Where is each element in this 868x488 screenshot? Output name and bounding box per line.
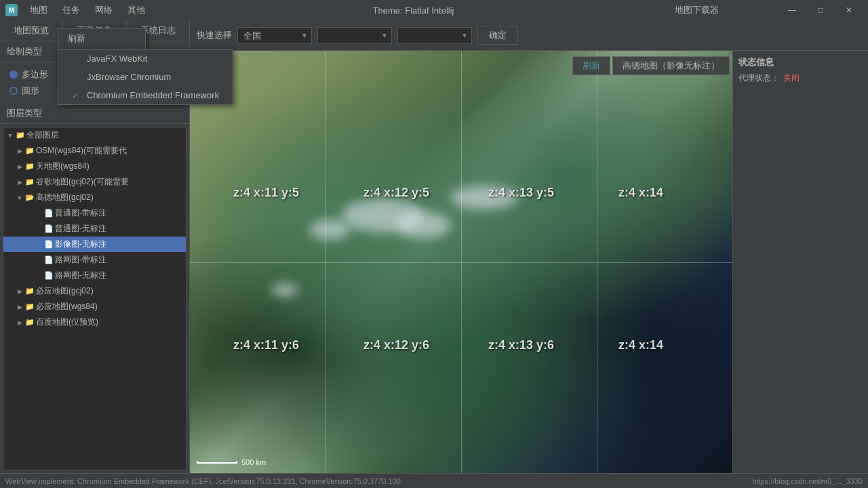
tree-baidu-label: 百度地图(仅预览) [36, 317, 98, 328]
tree-root[interactable]: ▼ 📁 全部图层 [3, 127, 186, 143]
tree-biaoyingwgs84[interactable]: ▶ 📁 必应地图(wgs84) [3, 299, 186, 314]
tree-arrow-bw: ▶ [16, 303, 24, 311]
tree-satellite-unlabeled[interactable]: 📄 影像图-无标注 [3, 237, 186, 252]
grid-label-5: z:4 x:11 y:6 [233, 338, 299, 352]
submenu-javafx[interactable]: JavaFX WebKit [58, 49, 233, 68]
check-cef: ✓ [72, 91, 81, 100]
scale-bar [197, 461, 237, 464]
confirm-button[interactable]: 确定 [477, 26, 518, 45]
folder-icon-gaode: 📂 [25, 193, 35, 203]
grid-label-7: z:4 x:13 y:6 [488, 338, 554, 352]
map-refresh-button[interactable]: 刷新 [572, 56, 610, 75]
tree-arrow-root: ▼ [6, 131, 14, 140]
snow-patch-3 [309, 220, 350, 240]
tree-nu-label: 普通图-无标注 [55, 223, 106, 235]
layer-type-title: 图层类型 [0, 103, 189, 124]
tree-biaoyinggcj02[interactable]: ▶ 📁 必应地图(gcj02) [3, 283, 186, 299]
title-bar: M 地图 任务 网络 其他 Theme: Flatlaf Intellij 地图… [0, 0, 868, 20]
tree-tianditu-label: 天地图(wgs84) [36, 161, 90, 172]
menu-task[interactable]: 任务 [56, 3, 87, 18]
grid-label-3: z:4 x:13 y:5 [488, 186, 554, 200]
submenu-jxbrowser[interactable]: JxBrowser Chromium [58, 68, 233, 86]
tree-road-unlabeled[interactable]: 📄 路网图-无标注 [3, 268, 186, 283]
tree-baidu[interactable]: ▶ 📁 百度地图(仅预览) [3, 314, 186, 330]
menu-refresh[interactable]: 刷新 [58, 28, 145, 49]
right-status-panel: 状态信息 代理状态： 关闭 [732, 51, 868, 473]
submenu-cef[interactable]: ✓ Chromium Embedded Framework [58, 86, 233, 104]
folder-icon-google: 📁 [25, 178, 35, 187]
status-proxy-row: 代理状态： 关闭 [738, 73, 863, 84]
layer-tree[interactable]: ▼ 📁 全部图层 ▶ 📁 OSM(wgs84)(可能需要代 ▶ 📁 天地图(wg… [3, 127, 186, 470]
status-proxy-label: 代理状态： [738, 73, 779, 84]
folder-icon-root: 📁 [16, 131, 25, 140]
window-title: Theme: Flatlaf Intellij [157, 5, 669, 16]
tree-su-label: 影像图-无标注 [55, 239, 106, 250]
folder-icon-osm: 📁 [25, 146, 35, 156]
tree-normal-unlabeled[interactable]: 📄 普通图-无标注 [3, 221, 186, 237]
tree-google[interactable]: ▶ 📁 谷歌地图(gcj02)(可能需要 [3, 174, 186, 190]
tree-osm-label: OSM(wgs84)(可能需要代 [36, 145, 127, 157]
menu-network[interactable]: 网络 [88, 3, 119, 18]
status-bar: WebView implement: Chromium Embedded Fra… [0, 473, 868, 488]
dropdown3-wrapper: ▼ [397, 27, 472, 44]
folder-icon-bw: 📁 [25, 302, 35, 312]
folder-icon-baidu: 📁 [25, 318, 35, 327]
menu-map[interactable]: 地图 [23, 3, 54, 18]
tree-bw-label: 必应地图(wgs84) [36, 301, 98, 312]
tree-arrow-osm: ▶ [16, 147, 24, 155]
tree-gaode-label: 高德地图(gcj02) [36, 192, 94, 203]
app-icon: M [5, 4, 18, 16]
maximize-button[interactable]: □ [807, 3, 834, 17]
quick-toolbar: 快速选择 全国 ▼ ▼ ▼ 确定 [190, 20, 868, 51]
menu-other[interactable]: 其他 [121, 3, 152, 18]
grid-label-6: z:4 x:12 y:6 [363, 338, 429, 352]
close-button[interactable]: ✕ [835, 3, 863, 17]
tree-arrow-nl [35, 209, 43, 218]
tree-tianditu[interactable]: ▶ 📁 天地图(wgs84) [3, 159, 186, 174]
map-layer-button[interactable]: 高德地图（影像无标注） [612, 56, 730, 75]
tree-normal-labeled[interactable]: 📄 普通图-带标注 [3, 205, 186, 221]
dropdown3-select[interactable] [397, 27, 472, 44]
file-icon-nu: 📄 [44, 224, 54, 234]
status-title: 状态信息 [738, 56, 863, 68]
tree-arrow-google: ▶ [16, 178, 24, 186]
map-area[interactable]: z:4 x:11 y:5 z:4 x:12 y:5 z:4 x:13 y:5 z… [190, 51, 732, 473]
dropdown2-select[interactable] [317, 27, 392, 44]
tree-road-labeled[interactable]: 📄 路网图-带标注 [3, 252, 186, 268]
dropdown2-wrapper: ▼ [317, 27, 392, 44]
radio-circle-label: 圆形 [22, 85, 39, 97]
scale-label: 500 km [241, 458, 266, 466]
tree-rl-label: 路网图-带标注 [55, 254, 106, 266]
tree-ru-label: 路网图-无标注 [55, 270, 106, 281]
window-controls: — □ ✕ [778, 3, 863, 17]
folder-icon-bcj: 📁 [25, 287, 35, 296]
quick-label: 快速选择 [197, 29, 232, 41]
dropdown1-wrapper: 全国 ▼ [237, 27, 312, 44]
file-icon-ru: 📄 [44, 271, 54, 281]
sidebar-item-preview[interactable]: 地图预览 [0, 20, 63, 41]
dropdown1-select[interactable]: 全国 [237, 27, 312, 44]
radio-polygon-label: 多边形 [22, 68, 48, 81]
tree-osm[interactable]: ▶ 📁 OSM(wgs84)(可能需要代 [3, 143, 186, 159]
map-scale: 500 km [197, 458, 266, 466]
folder-icon-tianditu: 📁 [25, 162, 35, 171]
minimize-button[interactable]: — [778, 3, 806, 17]
radio-circle-circle [9, 87, 18, 95]
tree-arrow-rl [35, 256, 43, 264]
grid-label-2: z:4 x:12 y:5 [363, 186, 429, 200]
status-url: https://blog.csdn.net/m0_..._3330 [752, 477, 863, 485]
tree-google-label: 谷歌地图(gcj02)(可能需要 [36, 176, 129, 188]
file-icon-rl: 📄 [44, 256, 54, 265]
tree-nl-label: 普通图-带标注 [55, 207, 106, 219]
tree-bcj-label: 必应地图(gcj02) [36, 285, 94, 297]
file-icon-nl: 📄 [44, 209, 54, 218]
grid-label-4: z:4 x:14 [618, 186, 663, 200]
app-title: 地图下载器 [675, 4, 719, 16]
tree-arrow-tianditu: ▶ [16, 163, 24, 171]
file-icon-su: 📄 [44, 240, 54, 249]
map-satellite-bg [190, 51, 732, 473]
menubar: 地图 任务 网络 其他 [23, 3, 152, 18]
tree-gaode[interactable]: ▼ 📂 高德地图(gcj02) [3, 190, 186, 205]
content-area: 快速选择 全国 ▼ ▼ ▼ 确定 [190, 20, 868, 473]
grid-label-1: z:4 x:11 y:5 [233, 186, 299, 200]
